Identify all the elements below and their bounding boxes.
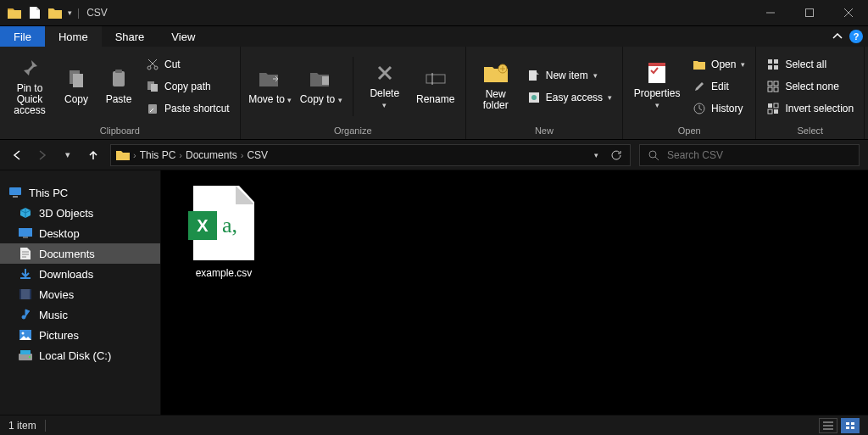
copy-button[interactable]: Copy <box>58 53 95 120</box>
status-bar: 1 item <box>0 415 868 435</box>
sidebar-item-downloads[interactable]: Downloads <box>0 264 160 284</box>
back-button[interactable] <box>8 147 25 164</box>
search-box[interactable] <box>639 144 860 166</box>
svg-rect-36 <box>19 289 31 299</box>
svg-rect-11 <box>426 75 445 83</box>
select-all-button[interactable]: Select all <box>763 55 857 74</box>
csv-file-icon: X a, <box>193 186 254 260</box>
tab-home[interactable]: Home <box>45 26 102 47</box>
svg-rect-44 <box>846 422 849 425</box>
group-label: Clipboard <box>0 125 240 139</box>
svg-rect-26 <box>774 87 778 92</box>
icons-view-button[interactable] <box>841 418 860 433</box>
group-label: New <box>466 125 622 139</box>
copy-path-button[interactable]: Copy path <box>142 77 233 96</box>
svg-rect-46 <box>846 427 849 429</box>
new-folder-button[interactable]: New folder <box>473 53 519 120</box>
chevron-right-icon[interactable]: › <box>241 150 244 160</box>
address-bar[interactable]: › This PC › Documents › CSV ▾ <box>110 144 631 166</box>
svg-rect-24 <box>774 81 778 86</box>
close-button[interactable] <box>829 0 868 25</box>
invert-selection-button[interactable]: Invert selection <box>763 99 857 118</box>
properties-button[interactable]: Properties▾ <box>630 53 684 120</box>
this-pc-icon <box>8 186 22 199</box>
chevron-right-icon[interactable]: › <box>133 150 136 160</box>
sidebar-item-pictures[interactable]: Pictures <box>0 325 160 345</box>
sidebar-item-local-disk[interactable]: Local Disk (C:) <box>0 345 160 365</box>
tab-share[interactable]: Share <box>102 26 159 47</box>
collapse-ribbon-icon[interactable] <box>832 33 843 40</box>
ribbon-group-new: New folder New item ▾ Easy access ▾ <box>466 47 623 139</box>
folder-icon[interactable] <box>47 5 63 20</box>
breadcrumb-this-pc[interactable]: This PC <box>140 149 176 161</box>
recent-locations-button[interactable]: ▾ <box>59 147 76 164</box>
svg-rect-23 <box>768 81 772 86</box>
details-view-button[interactable] <box>819 418 837 433</box>
file-name: example.csv <box>196 267 253 279</box>
qat-dropdown-icon[interactable]: ▾ <box>68 8 72 17</box>
movies-icon <box>19 287 32 301</box>
history-button[interactable]: History <box>689 99 748 118</box>
svg-rect-28 <box>774 103 778 108</box>
up-button[interactable] <box>85 147 102 164</box>
chevron-right-icon[interactable]: › <box>179 150 182 160</box>
copy-icon <box>64 67 88 91</box>
tab-view[interactable]: View <box>158 26 209 47</box>
minimize-button[interactable] <box>751 0 790 25</box>
cut-button[interactable]: Cut <box>142 55 233 74</box>
easy-access-button[interactable]: Easy access ▾ <box>524 88 615 107</box>
file-list[interactable]: X a, example.csv <box>161 170 868 415</box>
new-item-button[interactable]: New item ▾ <box>524 66 615 85</box>
paste-icon <box>107 67 131 91</box>
drive-icon <box>19 349 32 362</box>
svg-point-40 <box>22 332 25 335</box>
svg-rect-25 <box>768 87 772 92</box>
file-item[interactable]: X a, example.csv <box>181 186 266 279</box>
svg-rect-21 <box>768 65 772 70</box>
sidebar-item-3d-objects[interactable]: 3D Objects <box>0 203 160 223</box>
sidebar-item-this-pc[interactable]: This PC <box>0 182 160 203</box>
sidebar-item-music[interactable]: Music <box>0 304 160 325</box>
move-to-button[interactable]: Move to ▾ <box>248 53 293 120</box>
rename-button[interactable]: Rename <box>413 53 459 120</box>
svg-rect-33 <box>13 196 18 198</box>
folder-icon <box>7 5 22 20</box>
delete-button[interactable]: Delete▾ <box>362 53 408 120</box>
search-input[interactable] <box>667 149 852 161</box>
sidebar-item-documents[interactable]: Documents <box>0 243 160 264</box>
svg-rect-17 <box>648 63 665 66</box>
maximize-button[interactable] <box>790 0 829 25</box>
refresh-button[interactable] <box>608 147 625 164</box>
svg-point-43 <box>29 356 31 358</box>
breadcrumb-documents[interactable]: Documents <box>186 149 237 161</box>
open-button[interactable]: Open ▾ <box>689 55 748 74</box>
ribbon-group-open: Properties▾ Open ▾ Edit <box>623 47 756 139</box>
select-none-button[interactable]: Select none <box>763 77 857 96</box>
breadcrumb-current[interactable]: CSV <box>247 149 268 161</box>
svg-rect-27 <box>768 103 772 108</box>
ribbon: Pin to Quick access Copy Paste <box>0 47 868 140</box>
pin-to-quick-access-button[interactable]: Pin to Quick access <box>7 53 53 120</box>
svg-rect-22 <box>774 65 778 70</box>
history-icon <box>693 102 706 115</box>
sidebar-item-movies[interactable]: Movies <box>0 284 160 304</box>
ribbon-group-clipboard: Pin to Quick access Copy Paste <box>0 47 241 139</box>
copy-to-button[interactable]: Copy to ▾ <box>298 53 344 120</box>
rename-icon <box>424 67 448 91</box>
edit-button[interactable]: Edit <box>689 77 748 96</box>
forward-button[interactable] <box>34 147 51 164</box>
paste-shortcut-button[interactable]: Paste shortcut <box>142 99 233 118</box>
tab-file[interactable]: File <box>0 26 45 47</box>
pin-icon <box>18 56 42 80</box>
edit-icon <box>693 80 706 93</box>
document-icon[interactable] <box>27 5 42 20</box>
svg-rect-38 <box>30 289 31 299</box>
delete-icon <box>373 61 397 85</box>
svg-rect-42 <box>20 350 31 354</box>
help-icon[interactable]: ? <box>849 30 863 43</box>
sidebar-item-desktop[interactable]: Desktop <box>0 223 160 243</box>
scissors-icon <box>146 58 159 71</box>
separator: | <box>77 7 80 19</box>
address-dropdown-icon[interactable]: ▾ <box>587 147 604 164</box>
paste-button[interactable]: Paste <box>100 53 137 120</box>
